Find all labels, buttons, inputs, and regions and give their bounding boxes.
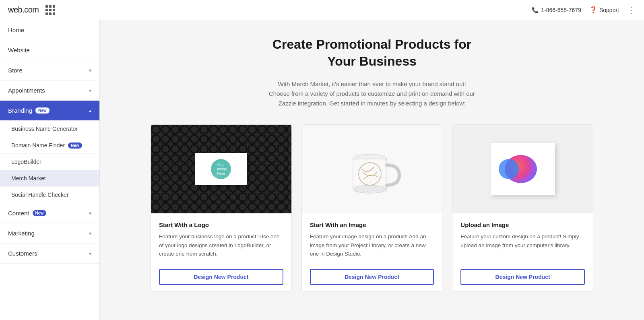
phone-area[interactable]: 📞 1-866-655-7679: [532, 7, 581, 13]
content-badge: New: [33, 210, 47, 216]
phone-number: 1-866-655-7679: [541, 7, 581, 13]
business-name-label: Business Name Generator: [11, 126, 78, 132]
phone-icon: 📞: [532, 7, 539, 13]
title-line1: Create Promotional Products for: [272, 37, 471, 52]
blob-container: [505, 155, 541, 183]
svg-point-2: [353, 185, 387, 193]
sidebar-item-content[interactable]: Content New ▾: [0, 203, 99, 223]
store-chevron: ▾: [89, 68, 91, 73]
sidebar-item-branding[interactable]: Branding New ▴: [0, 101, 99, 121]
branding-section: Branding New: [8, 107, 50, 114]
sidebar-item-home[interactable]: Home: [0, 20, 99, 40]
sidebar-item-website[interactable]: Website: [0, 40, 99, 60]
domain-section: Domain Name Finder New: [11, 142, 82, 149]
main-layout: Home Website Store ▾ Appointments ▾ Bran…: [0, 20, 644, 320]
image-card: Start With an Image Feature your image d…: [301, 124, 443, 292]
svg-rect-1: [353, 159, 387, 189]
page-title: Create Promotional Products for Your Bus…: [124, 36, 620, 70]
sidebar-item-marketing[interactable]: Marketing ▾: [0, 223, 99, 244]
sidebar-item-merch-market[interactable]: Merch Market: [0, 170, 99, 187]
logo-card-body: Start With a Logo Feature your business …: [151, 213, 291, 262]
header-right: 📞 1-866-655-7679 ❓ Support ⋮: [532, 5, 636, 15]
sidebar-item-business-name[interactable]: Business Name Generator: [0, 121, 99, 137]
top-header: web.com 📞 1-866-655-7679 ❓ Support ⋮: [0, 0, 644, 20]
sidebar-item-domain-finder[interactable]: Domain Name Finder New: [0, 137, 99, 154]
website-label: Website: [8, 47, 30, 54]
logobuilder-label: LogoBuilder: [11, 159, 41, 165]
logo-card: YourDesignHere Start With a Logo Feature…: [151, 124, 292, 292]
content-label: Content: [8, 210, 29, 217]
cards-grid: YourDesignHere Start With a Logo Feature…: [151, 124, 593, 292]
page-subtitle: With Merch Market, it's easier than ever…: [267, 79, 477, 108]
image-card-footer: Design New Product: [302, 262, 442, 291]
grid-icon[interactable]: [45, 5, 55, 15]
image-card-description: Feature your image design on a product! …: [310, 232, 434, 258]
appointments-chevron: ▾: [89, 88, 91, 93]
marketing-chevron: ▾: [89, 231, 91, 236]
merch-market-label: Merch Market: [11, 175, 46, 182]
home-label: Home: [8, 27, 24, 33]
business-card-logo: YourDesignHere: [211, 159, 231, 179]
domain-label: Domain Name Finder: [11, 142, 65, 149]
support-label: Support: [599, 7, 619, 13]
sidebar-item-logobuilder[interactable]: LogoBuilder: [0, 154, 99, 170]
appointments-label: Appointments: [8, 87, 45, 94]
image-card-button[interactable]: Design New Product: [310, 269, 434, 285]
content-section: Content New: [8, 210, 46, 217]
logo: web.com: [8, 5, 39, 14]
upload-card: Upload an Image Feature your custom desi…: [452, 124, 593, 292]
image-card-body: Start With an Image Feature your image d…: [302, 213, 442, 262]
content-chevron: ▾: [89, 211, 91, 216]
upload-card-title: Upload an Image: [460, 221, 585, 228]
image-card-image: [302, 125, 442, 213]
upload-card-description: Feature your custom design on a product!…: [460, 232, 585, 250]
logo-card-image: YourDesignHere: [151, 125, 291, 213]
header-left: web.com: [8, 5, 55, 15]
sidebar: Home Website Store ▾ Appointments ▾ Bran…: [0, 20, 100, 320]
social-handle-label: Social Handle Checker: [11, 192, 68, 198]
image-card-title: Start With an Image: [310, 221, 434, 228]
paper-mockup: [491, 143, 555, 195]
title-line2: Your Business: [327, 54, 417, 68]
marketing-label: Marketing: [8, 230, 35, 237]
logo-card-button[interactable]: Design New Product: [159, 269, 283, 285]
upload-card-body: Upload an Image Feature your custom desi…: [452, 213, 593, 262]
support-link[interactable]: ❓ Support: [589, 6, 619, 14]
domain-badge: New: [68, 142, 82, 149]
sidebar-item-appointments[interactable]: Appointments ▾: [0, 81, 99, 101]
logo-card-title: Start With a Logo: [159, 221, 283, 228]
upload-card-button[interactable]: Design New Product: [460, 269, 585, 285]
sidebar-item-store[interactable]: Store ▾: [0, 60, 99, 81]
customers-chevron: ▾: [89, 251, 91, 256]
store-label: Store: [8, 67, 23, 74]
sidebar-item-customers[interactable]: Customers ▾: [0, 244, 99, 264]
logo-card-footer: Design New Product: [151, 262, 291, 291]
blob-blue: [499, 159, 519, 179]
mug-svg: [340, 137, 404, 201]
upload-card-footer: Design New Product: [452, 262, 593, 291]
business-card-mockup: YourDesignHere: [195, 153, 247, 185]
customers-label: Customers: [8, 250, 37, 257]
blob-main: [505, 155, 537, 183]
main-content: Create Promotional Products for Your Bus…: [100, 20, 644, 320]
branding-label: Branding: [8, 107, 32, 114]
sidebar-item-social-handle[interactable]: Social Handle Checker: [0, 187, 99, 203]
branding-chevron: ▴: [89, 108, 91, 114]
logo-card-description: Feature your business logo on a product!…: [159, 232, 283, 258]
more-menu-icon[interactable]: ⋮: [627, 5, 636, 15]
branding-badge: New: [35, 107, 50, 114]
support-icon: ❓: [589, 6, 597, 14]
upload-card-image: [452, 125, 593, 213]
